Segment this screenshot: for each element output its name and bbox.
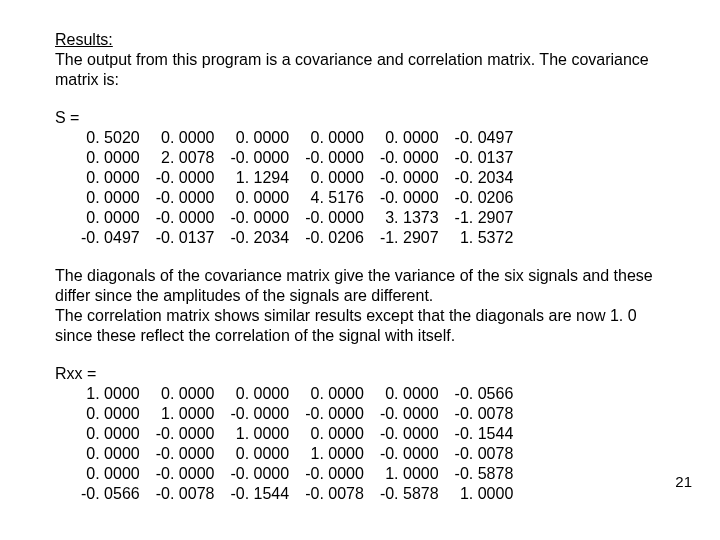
results-heading: Results: [55, 31, 113, 48]
matrix-cell: 0. 0000 [148, 384, 223, 404]
matrix-cell: 0. 0000 [222, 188, 297, 208]
s-matrix-table: 0. 50200. 00000. 00000. 00000. 0000-0. 0… [73, 128, 521, 248]
matrix-cell: 1. 0000 [447, 484, 522, 504]
matrix-cell: 0. 0000 [372, 384, 447, 404]
matrix-cell: -0. 0137 [447, 148, 522, 168]
matrix-cell: 1. 0000 [222, 424, 297, 444]
matrix-cell: -0. 0497 [447, 128, 522, 148]
matrix-cell: -0. 0497 [73, 228, 148, 248]
matrix-cell: 0. 0000 [297, 384, 372, 404]
page-number: 21 [675, 473, 692, 490]
matrix-cell: -0. 0000 [297, 208, 372, 228]
mid-paragraph: The diagonals of the covariance matrix g… [55, 266, 665, 346]
matrix-cell: -0. 0000 [372, 168, 447, 188]
matrix-cell: 1. 0000 [73, 384, 148, 404]
matrix-cell: -0. 0000 [148, 208, 223, 228]
s-matrix-label: S = [55, 108, 665, 128]
intro-text: The output from this program is a covari… [55, 51, 649, 88]
matrix-cell: 0. 0000 [297, 128, 372, 148]
matrix-cell: -0. 0000 [148, 444, 223, 464]
matrix-cell: -0. 0078 [297, 484, 372, 504]
matrix-cell: -0. 0000 [297, 148, 372, 168]
matrix-cell: -0. 0000 [222, 208, 297, 228]
matrix-cell: -0. 0078 [447, 404, 522, 424]
matrix-cell: -0. 0206 [297, 228, 372, 248]
matrix-cell: -0. 0137 [148, 228, 223, 248]
matrix-cell: 0. 0000 [73, 424, 148, 444]
matrix-cell: 0. 0000 [73, 148, 148, 168]
matrix-cell: -0. 2034 [222, 228, 297, 248]
matrix-cell: 0. 0000 [73, 168, 148, 188]
r-matrix-label: Rxx = [55, 364, 665, 384]
matrix-cell: -0. 0000 [297, 464, 372, 484]
matrix-cell: 1. 5372 [447, 228, 522, 248]
matrix-cell: -0. 0206 [447, 188, 522, 208]
matrix-cell: -0. 1544 [222, 484, 297, 504]
matrix-cell: 4. 5176 [297, 188, 372, 208]
matrix-cell: -0. 0000 [372, 444, 447, 464]
matrix-cell: -0. 0000 [148, 188, 223, 208]
matrix-cell: 0. 5020 [73, 128, 148, 148]
matrix-cell: -0. 1544 [447, 424, 522, 444]
matrix-cell: 0. 0000 [73, 464, 148, 484]
matrix-cell: 0. 0000 [297, 424, 372, 444]
matrix-cell: -0. 0000 [372, 148, 447, 168]
matrix-cell: 0. 0000 [73, 208, 148, 228]
matrix-cell: 0. 0000 [297, 168, 372, 188]
matrix-cell: 0. 0000 [73, 404, 148, 424]
matrix-cell: -0. 5878 [372, 484, 447, 504]
matrix-cell: -0. 0000 [148, 168, 223, 188]
matrix-cell: -0. 0078 [148, 484, 223, 504]
matrix-cell: -0. 0000 [297, 404, 372, 424]
matrix-cell: -0. 0000 [222, 464, 297, 484]
matrix-cell: -0. 0000 [222, 404, 297, 424]
matrix-cell: 0. 0000 [222, 444, 297, 464]
r-matrix-table: 1. 00000. 00000. 00000. 00000. 0000-0. 0… [73, 384, 521, 504]
matrix-cell: -0. 0000 [222, 148, 297, 168]
matrix-cell: -0. 0078 [447, 444, 522, 464]
matrix-cell: 2. 0078 [148, 148, 223, 168]
matrix-cell: -0. 0000 [148, 464, 223, 484]
matrix-cell: 0. 0000 [222, 384, 297, 404]
matrix-cell: 1. 0000 [148, 404, 223, 424]
matrix-cell: -0. 0566 [73, 484, 148, 504]
matrix-cell: -1. 2907 [372, 228, 447, 248]
matrix-cell: -0. 0000 [372, 424, 447, 444]
matrix-cell: 1. 0000 [372, 464, 447, 484]
matrix-cell: 0. 0000 [372, 128, 447, 148]
matrix-cell: -0. 0566 [447, 384, 522, 404]
matrix-cell: 1. 1294 [222, 168, 297, 188]
matrix-cell: -0. 0000 [372, 404, 447, 424]
matrix-cell: -1. 2907 [447, 208, 522, 228]
matrix-cell: 0. 0000 [73, 188, 148, 208]
matrix-cell: -0. 0000 [148, 424, 223, 444]
matrix-cell: 0. 0000 [73, 444, 148, 464]
matrix-cell: 0. 0000 [148, 128, 223, 148]
matrix-cell: -0. 2034 [447, 168, 522, 188]
matrix-cell: 3. 1373 [372, 208, 447, 228]
matrix-cell: 1. 0000 [297, 444, 372, 464]
matrix-cell: -0. 0000 [372, 188, 447, 208]
matrix-cell: -0. 5878 [447, 464, 522, 484]
matrix-cell: 0. 0000 [222, 128, 297, 148]
